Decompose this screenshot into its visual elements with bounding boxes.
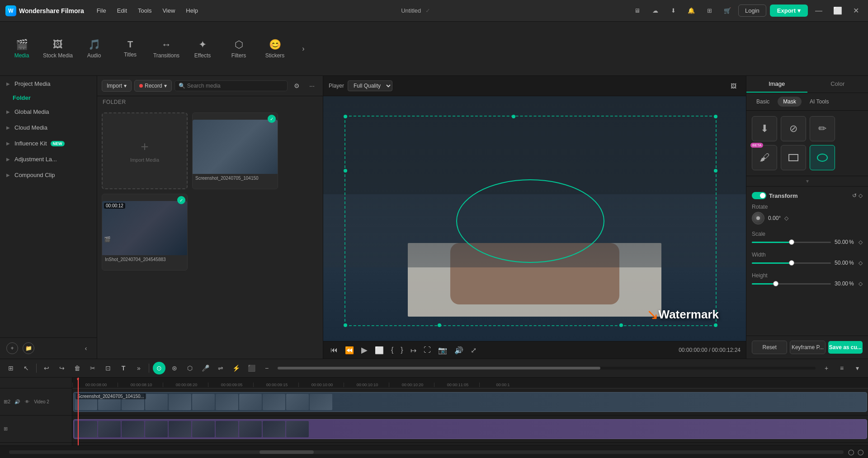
menu-edit[interactable]: Edit: [113, 5, 131, 16]
tab-stickers[interactable]: 😊 Stickers: [257, 26, 293, 71]
sidebar-item-compound-clip[interactable]: ▶ Compound Clip: [0, 167, 97, 183]
text-button[interactable]: T: [117, 362, 130, 374]
minimize-button[interactable]: —: [811, 7, 826, 15]
delete-button[interactable]: 🗑: [71, 362, 84, 374]
rotate-dial[interactable]: [752, 212, 764, 224]
height-keyframe-icon[interactable]: ◇: [859, 280, 863, 287]
audio-tl-button[interactable]: 🎤: [199, 362, 212, 374]
pip-button[interactable]: ⬛: [245, 362, 258, 374]
media-card-screenshot[interactable]: ✓ Screenshot_20240705_104150: [192, 112, 278, 189]
import-media-card[interactable]: + Import Media: [102, 112, 188, 189]
height-slider-track[interactable]: [752, 283, 831, 285]
marker-icon[interactable]: ◯: [848, 449, 854, 455]
crop-button[interactable]: ⊡: [102, 362, 114, 374]
motion-button[interactable]: ⚡: [230, 362, 242, 374]
timeline-layout-button[interactable]: ⊞: [5, 362, 17, 374]
add-keyframe-icon[interactable]: ◇: [859, 192, 863, 199]
transform-toggle[interactable]: [752, 192, 766, 199]
timeline-scrollbar[interactable]: [9, 450, 844, 454]
height-slider-thumb[interactable]: [773, 281, 778, 286]
timeline-pointer-button[interactable]: ↖: [20, 362, 33, 374]
zoom-slider[interactable]: [278, 367, 816, 369]
fullscreen-button[interactable]: ⛶: [422, 345, 433, 355]
timeline-view-button[interactable]: ≡: [835, 362, 848, 374]
mask-tool-slash[interactable]: ⊘: [781, 116, 806, 141]
sidebar-item-cloud-media[interactable]: ▶ Cloud Media: [0, 120, 97, 136]
menu-file[interactable]: File: [93, 5, 110, 16]
tab-stock-media[interactable]: 🖼 Stock Media: [40, 26, 76, 71]
import-button[interactable]: Import ▾: [102, 80, 132, 92]
mask-tool-download[interactable]: ⬇: [752, 116, 777, 141]
gallery-icon[interactable]: 🖼: [726, 79, 741, 93]
skip-back-button[interactable]: ⏮: [329, 345, 340, 355]
width-keyframe-icon[interactable]: ◇: [859, 260, 863, 266]
quality-select[interactable]: Full Quality: [348, 80, 392, 91]
zoom-out-button[interactable]: −: [260, 362, 273, 374]
scale-slider-track[interactable]: [752, 242, 831, 243]
fx-button[interactable]: ⊛: [168, 362, 181, 374]
play-button[interactable]: ▶: [359, 344, 369, 356]
transitions-tl-button[interactable]: ⇌: [214, 362, 227, 374]
stop-button[interactable]: ⬜: [373, 345, 386, 355]
mask-tools-expand[interactable]: ▾: [746, 176, 868, 187]
shop-icon[interactable]: 🛒: [720, 4, 735, 18]
more-tl-button[interactable]: »: [132, 362, 145, 374]
filter-icon[interactable]: ⚙: [290, 79, 303, 92]
snap-button[interactable]: ⊙: [153, 362, 165, 374]
zoom-in-button[interactable]: +: [820, 362, 833, 374]
notification-icon[interactable]: 🔔: [684, 4, 698, 18]
tab-filters[interactable]: ⬡ Filters: [221, 26, 257, 71]
toolbar-more-button[interactable]: ›: [297, 22, 310, 75]
subtab-mask[interactable]: Mask: [778, 97, 802, 107]
mask-tl-button[interactable]: ⬡: [184, 362, 196, 374]
export-button[interactable]: Export ▾: [770, 5, 808, 17]
tab-audio[interactable]: 🎵 Audio: [76, 26, 112, 71]
menu-view[interactable]: View: [159, 5, 179, 16]
sidebar-collapse-button[interactable]: ‹: [81, 345, 90, 352]
marker-icon2[interactable]: ◯: [858, 449, 863, 455]
sidebar-folder-label[interactable]: Folder: [0, 92, 97, 104]
mark-out-button[interactable]: }: [399, 345, 405, 355]
track-visibility-video2[interactable]: 👁: [23, 398, 31, 406]
sidebar-item-adjustment[interactable]: ▶ Adjustment La...: [0, 151, 97, 167]
maximize-button[interactable]: ⬜: [830, 6, 846, 15]
width-slider-thumb[interactable]: [789, 260, 794, 266]
resize-button[interactable]: ⤢: [469, 345, 478, 355]
panel-tab-color[interactable]: Color: [807, 76, 868, 93]
apps-icon[interactable]: ⊞: [702, 4, 717, 18]
reset-keyframe-icon[interactable]: ↺: [852, 192, 857, 199]
keyframe-button[interactable]: Keyframe P...: [790, 341, 825, 354]
timeline-options-button[interactable]: ▾: [851, 362, 863, 374]
track-clip-video2[interactable]: Screenshot_20240705_104150...: [73, 392, 867, 412]
scale-keyframe-icon[interactable]: ◇: [859, 239, 863, 245]
menu-tools[interactable]: Tools: [134, 5, 155, 16]
track-clip-video1[interactable]: [73, 419, 867, 439]
mask-tool-oval[interactable]: [810, 145, 835, 170]
save-custom-button[interactable]: Save as cu...: [828, 341, 863, 354]
search-input[interactable]: [187, 83, 283, 89]
track-audio-video2[interactable]: 🔊: [13, 398, 21, 406]
step-back-button[interactable]: ⏪: [343, 345, 356, 355]
record-button[interactable]: Record ▾: [134, 80, 172, 92]
folder-button[interactable]: 📁: [23, 342, 34, 354]
tab-media[interactable]: 🎬 Media: [4, 26, 40, 71]
sidebar-item-global-media[interactable]: ▶ Global Media: [0, 104, 97, 120]
mark-in-button[interactable]: {: [389, 345, 395, 355]
snapshot-button[interactable]: 📷: [436, 345, 449, 355]
sidebar-item-project-media[interactable]: ▶ Project Media: [0, 76, 97, 92]
scale-slider-thumb[interactable]: [789, 239, 794, 245]
mask-tool-rect[interactable]: [781, 145, 806, 170]
panel-tab-image[interactable]: Image: [746, 76, 807, 93]
undo-button[interactable]: ↩: [40, 362, 53, 374]
add-folder-button[interactable]: +: [6, 342, 18, 354]
login-button[interactable]: Login: [738, 5, 766, 17]
menu-help[interactable]: Help: [182, 5, 202, 16]
subtab-basic[interactable]: Basic: [751, 97, 775, 107]
redo-button[interactable]: ↪: [56, 362, 68, 374]
mask-tool-pen[interactable]: ✏: [810, 116, 835, 141]
mask-tool-beta[interactable]: BETA 🖌: [752, 145, 777, 170]
cut-button[interactable]: ✂: [86, 362, 99, 374]
sidebar-item-influence-kit[interactable]: ▶ Influence Kit NEW: [0, 136, 97, 151]
tab-effects[interactable]: ✦ Effects: [184, 26, 221, 71]
subtab-ai-tools[interactable]: AI Tools: [804, 97, 834, 107]
